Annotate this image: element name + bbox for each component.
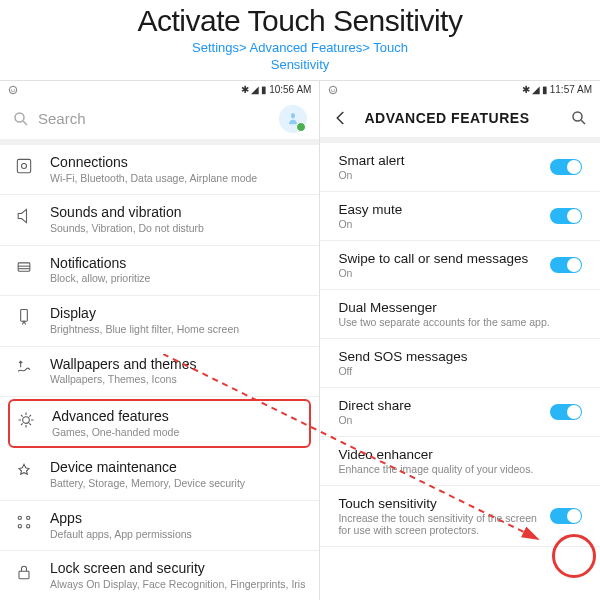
feature-item[interactable]: Send SOS messages Off xyxy=(320,339,600,388)
toggle[interactable] xyxy=(550,257,582,273)
item-desc: On xyxy=(338,267,542,279)
item-label: Device maintenance xyxy=(50,459,305,476)
item-desc: Wallpapers, Themes, Icons xyxy=(50,373,305,387)
feature-item[interactable]: Video enhancer Enhance the image quality… xyxy=(320,437,600,486)
svg-point-18 xyxy=(330,86,338,94)
svg-rect-10 xyxy=(21,310,28,322)
connections-icon xyxy=(14,156,34,176)
item-label: Video enhancer xyxy=(338,447,582,462)
settings-item-sounds[interactable]: Sounds and vibration Sounds, Vibration, … xyxy=(0,195,319,245)
breadcrumb-line2: Sensitivity xyxy=(271,57,330,72)
bluetooth-icon: ✱ xyxy=(241,84,249,95)
wallpapers-icon xyxy=(14,358,34,378)
settings-item-wallpapers[interactable]: Wallpapers and themes Wallpapers, Themes… xyxy=(0,347,319,397)
display-icon xyxy=(14,307,34,327)
reddit-icon xyxy=(328,85,338,95)
bluetooth-icon: ✱ xyxy=(522,84,530,95)
item-desc: Battery, Storage, Memory, Device securit… xyxy=(50,477,305,491)
item-desc: Off xyxy=(338,365,582,377)
item-desc: Increase the touch sensitivity of the sc… xyxy=(338,512,542,536)
svg-rect-7 xyxy=(18,262,30,270)
item-label: Connections xyxy=(50,154,305,171)
wifi-icon: ◢ xyxy=(532,84,540,95)
svg-point-20 xyxy=(335,89,336,90)
svg-rect-5 xyxy=(17,159,30,172)
maintenance-icon xyxy=(14,461,34,481)
item-label: Direct share xyxy=(338,398,542,413)
search-row[interactable]: Search xyxy=(0,99,319,139)
item-desc: On xyxy=(338,414,542,426)
avatar[interactable] xyxy=(279,105,307,133)
advanced-features-screen: ✱ ◢ ▮ 11:57 AM ADVANCED FEATURES Smart a… xyxy=(320,80,600,600)
item-desc: Sounds, Vibration, Do not disturb xyxy=(50,222,305,236)
search-icon[interactable] xyxy=(570,109,588,127)
item-label: Easy mute xyxy=(338,202,542,217)
feature-item[interactable]: Easy mute On xyxy=(320,192,600,241)
status-bar: ✱ ◢ ▮ 11:57 AM xyxy=(320,81,600,99)
search-icon xyxy=(12,110,30,128)
wifi-icon: ◢ xyxy=(251,84,259,95)
screen-title: ADVANCED FEATURES xyxy=(364,110,556,126)
settings-screen: ✱ ◢ ▮ 10:56 AM Search Connections Wi-Fi,… xyxy=(0,80,320,600)
svg-rect-17 xyxy=(19,571,29,579)
item-label: Apps xyxy=(50,510,305,527)
reddit-icon xyxy=(8,85,18,95)
sounds-icon xyxy=(14,206,34,226)
svg-point-12 xyxy=(23,417,30,424)
back-icon[interactable] xyxy=(332,109,350,127)
item-label: Lock screen and security xyxy=(50,560,305,577)
svg-point-21 xyxy=(573,112,582,121)
item-desc: On xyxy=(338,169,542,181)
item-desc: Games, One-handed mode xyxy=(52,426,303,440)
search-input[interactable]: Search xyxy=(38,110,271,127)
breadcrumb: Settings> Advanced Features> Touch Sensi… xyxy=(0,40,600,74)
signal-icon: ▮ xyxy=(261,84,267,95)
toggle[interactable] xyxy=(550,208,582,224)
item-desc: Default apps, App permissions xyxy=(50,528,305,542)
toggle[interactable] xyxy=(550,159,582,175)
item-label: Dual Messenger xyxy=(338,300,582,315)
item-label: Wallpapers and themes xyxy=(50,356,305,373)
item-desc: Enhance the image quality of your videos… xyxy=(338,463,582,475)
feature-item[interactable]: Smart alert On xyxy=(320,143,600,192)
item-desc: Wi-Fi, Bluetooth, Data usage, Airplane m… xyxy=(50,172,305,186)
svg-line-22 xyxy=(581,120,585,124)
item-desc: Block, allow, prioritize xyxy=(50,272,305,286)
svg-line-4 xyxy=(23,121,27,125)
item-desc: Use two separate accounts for the same a… xyxy=(338,316,582,328)
screen-header: ADVANCED FEATURES xyxy=(320,99,600,137)
svg-point-0 xyxy=(9,86,17,94)
svg-point-13 xyxy=(18,516,21,519)
item-label: Advanced features xyxy=(52,408,303,425)
toggle[interactable] xyxy=(550,508,582,524)
item-desc: Brightness, Blue light filter, Home scre… xyxy=(50,323,305,337)
item-label: Touch sensitivity xyxy=(338,496,542,511)
feature-item[interactable]: Direct share On xyxy=(320,388,600,437)
svg-point-6 xyxy=(22,163,27,168)
signal-icon: ▮ xyxy=(542,84,548,95)
settings-item-advanced[interactable]: Advanced features Games, One-handed mode xyxy=(8,399,311,448)
settings-item-maintenance[interactable]: Device maintenance Battery, Storage, Mem… xyxy=(0,450,319,500)
item-label: Smart alert xyxy=(338,153,542,168)
advanced-icon xyxy=(16,410,36,430)
item-desc: Always On Display, Face Recognition, Fin… xyxy=(50,578,305,592)
settings-item-notifications[interactable]: Notifications Block, allow, prioritize xyxy=(0,246,319,296)
toggle[interactable] xyxy=(550,404,582,420)
settings-item-display[interactable]: Display Brightness, Blue light filter, H… xyxy=(0,296,319,346)
settings-item-apps[interactable]: Apps Default apps, App permissions xyxy=(0,501,319,551)
item-label: Send SOS messages xyxy=(338,349,582,364)
notifications-icon xyxy=(14,257,34,277)
feature-item[interactable]: Dual Messenger Use two separate accounts… xyxy=(320,290,600,339)
status-time: 10:56 AM xyxy=(269,84,311,95)
page-title: Activate Touch Sensitivity xyxy=(0,4,600,38)
feature-item[interactable]: Swipe to call or send messages On xyxy=(320,241,600,290)
svg-point-14 xyxy=(27,516,30,519)
apps-icon xyxy=(14,512,34,532)
settings-item-lock[interactable]: Lock screen and security Always On Displ… xyxy=(0,551,319,600)
settings-item-connections[interactable]: Connections Wi-Fi, Bluetooth, Data usage… xyxy=(0,145,319,195)
svg-point-2 xyxy=(14,89,15,90)
item-desc: On xyxy=(338,218,542,230)
status-time: 11:57 AM xyxy=(550,84,592,95)
feature-item[interactable]: Touch sensitivity Increase the touch sen… xyxy=(320,486,600,547)
svg-point-15 xyxy=(18,524,21,527)
